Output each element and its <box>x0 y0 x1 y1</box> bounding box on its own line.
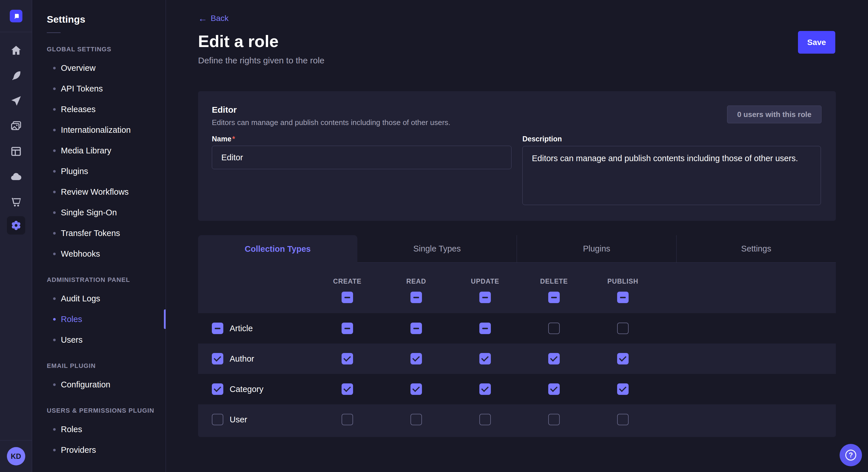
master-checkbox-create[interactable] <box>342 292 353 303</box>
sidebar-item-configuration[interactable]: Configuration <box>32 374 166 395</box>
sidebar-item-overview[interactable]: Overview <box>32 58 166 78</box>
sidebar-nav: GLOBAL SETTINGS Overview API Tokens Rele… <box>32 45 166 460</box>
checkbox-author-publish[interactable] <box>617 353 629 365</box>
nav-rail: KD <box>0 0 32 472</box>
users-count-badge[interactable]: 0 users with this role <box>727 105 822 123</box>
bullet-icon <box>53 318 56 321</box>
checkbox-author-delete[interactable] <box>548 353 560 365</box>
role-details-card: Editor Editors can manage and publish co… <box>198 91 836 221</box>
sidebar-item-media-library[interactable]: Media Library <box>32 140 166 161</box>
checkbox-article-create[interactable] <box>342 323 353 334</box>
name-input[interactable] <box>212 146 512 169</box>
permissions-tabs: Collection Types Single Types Plugins Se… <box>198 235 836 263</box>
required-asterisk: * <box>232 135 235 143</box>
sidebar-item-transfer-tokens[interactable]: Transfer Tokens <box>32 223 166 243</box>
settings-sidebar: Settings GLOBAL SETTINGS Overview API To… <box>32 0 166 472</box>
row-checkbox-article[interactable] <box>212 323 223 334</box>
section-header-users-permissions-plugin: USERS & PERMISSIONS PLUGIN <box>32 406 166 415</box>
role-name-heading: Editor <box>212 105 237 115</box>
column-header-read: READ <box>382 278 451 285</box>
tab-plugins[interactable]: Plugins <box>517 235 676 263</box>
strapi-logo[interactable] <box>10 10 22 22</box>
row-checkbox-category[interactable] <box>212 383 223 395</box>
sidebar-item-providers[interactable]: Providers <box>32 440 166 460</box>
role-summary: Editors can manage and publish contents … <box>212 118 451 127</box>
checkbox-user-read[interactable] <box>410 414 422 425</box>
logo-section <box>0 0 32 32</box>
checkbox-category-publish[interactable] <box>617 383 629 395</box>
bullet-icon <box>53 88 56 90</box>
checkbox-category-delete[interactable] <box>548 383 560 395</box>
section-header-email-plugin: EMAIL PLUGIN <box>32 362 166 370</box>
checkbox-article-delete[interactable] <box>548 323 560 334</box>
bullet-icon <box>53 108 56 111</box>
sidebar-item-webhooks[interactable]: Webhooks <box>32 243 166 264</box>
checkbox-user-delete[interactable] <box>548 414 560 425</box>
cloud-icon[interactable] <box>10 170 22 183</box>
checkbox-author-read[interactable] <box>410 353 422 365</box>
sidebar-item-single-sign-on[interactable]: Single Sign-On <box>32 202 166 223</box>
table-row-user: User <box>198 404 836 435</box>
row-checkbox-user[interactable] <box>212 414 223 425</box>
help-button[interactable]: ? <box>840 444 862 466</box>
checkbox-author-create[interactable] <box>342 353 353 365</box>
sidebar-item-internationalization[interactable]: Internationalization <box>32 120 166 140</box>
save-button[interactable]: Save <box>798 31 835 54</box>
checkbox-article-read[interactable] <box>410 323 422 334</box>
checkbox-user-publish[interactable] <box>617 414 629 425</box>
checkbox-user-create[interactable] <box>342 414 353 425</box>
sidebar-item-roles-up[interactable]: Roles <box>32 419 166 440</box>
home-icon[interactable] <box>10 44 22 57</box>
bullet-icon <box>53 428 56 431</box>
rail-footer: KD <box>0 440 32 472</box>
sidebar-item-api-tokens[interactable]: API Tokens <box>32 78 166 99</box>
row-label: User <box>229 415 247 425</box>
checkbox-category-create[interactable] <box>342 383 353 395</box>
tab-settings[interactable]: Settings <box>676 235 836 263</box>
column-header-update: UPDATE <box>451 278 520 285</box>
checkbox-article-update[interactable] <box>479 323 491 334</box>
sidebar-title: Settings <box>32 0 166 25</box>
permissions-rows: Article Author Category <box>198 313 836 435</box>
layout-icon[interactable] <box>10 145 22 158</box>
master-checkbox-read[interactable] <box>410 292 422 303</box>
master-checkbox-publish[interactable] <box>617 292 629 303</box>
bullet-icon <box>53 232 56 235</box>
table-row-article: Article <box>198 313 836 343</box>
tab-collection-types[interactable]: Collection Types <box>198 235 358 263</box>
paper-plane-icon[interactable] <box>10 95 22 107</box>
sidebar-item-users[interactable]: Users <box>32 330 166 350</box>
row-label: Article <box>229 324 253 333</box>
bullet-icon <box>53 211 56 214</box>
media-library-icon[interactable] <box>10 120 22 133</box>
bullet-icon <box>53 297 56 300</box>
master-checkbox-delete[interactable] <box>548 292 560 303</box>
checkbox-article-publish[interactable] <box>617 323 629 334</box>
bullet-icon <box>53 339 56 341</box>
sidebar-item-audit-logs[interactable]: Audit Logs <box>32 288 166 309</box>
sidebar-item-releases[interactable]: Releases <box>32 99 166 120</box>
row-checkbox-author[interactable] <box>212 353 223 365</box>
cart-icon[interactable] <box>10 196 22 208</box>
checkbox-category-update[interactable] <box>479 383 491 395</box>
sidebar-item-plugins[interactable]: Plugins <box>32 161 166 181</box>
checkbox-author-update[interactable] <box>479 353 491 365</box>
sidebar-item-review-workflows[interactable]: Review Workflows <box>32 181 166 202</box>
checkbox-user-update[interactable] <box>479 414 491 425</box>
tab-single-types[interactable]: Single Types <box>358 235 517 263</box>
permissions-master-checkboxes <box>198 292 836 303</box>
master-checkbox-update[interactable] <box>479 292 491 303</box>
settings-gear-icon[interactable] <box>7 216 25 235</box>
table-row-author: Author <box>198 343 836 374</box>
bullet-icon <box>53 67 56 69</box>
strapi-logo-icon <box>12 12 20 20</box>
bullet-icon <box>53 149 56 152</box>
sidebar-item-roles-admin[interactable]: Roles <box>32 309 166 330</box>
back-link[interactable]: ← Back <box>198 14 228 23</box>
feather-icon[interactable] <box>10 69 22 82</box>
name-field-label: Name* <box>212 135 235 143</box>
description-textarea[interactable]: Editors can manage and publish contents … <box>522 146 821 205</box>
checkbox-category-read[interactable] <box>410 383 422 395</box>
table-row-category: Category <box>198 374 836 404</box>
avatar[interactable]: KD <box>7 447 25 465</box>
